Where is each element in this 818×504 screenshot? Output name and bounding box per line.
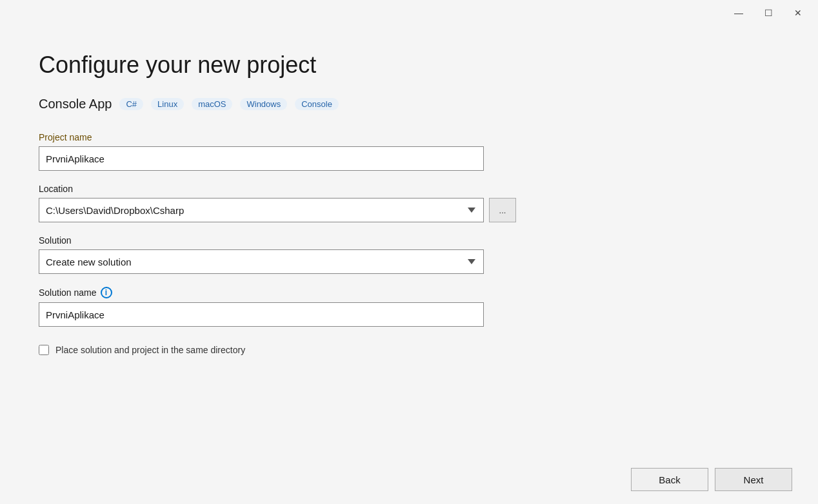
location-group: Location C:\Users\David\Dropbox\Csharp .… [39,184,779,222]
same-directory-label[interactable]: Place solution and project in the same d… [55,345,245,355]
app-type-row: Console App C# Linux macOS Windows Conso… [39,97,779,111]
location-select[interactable]: C:\Users\David\Dropbox\Csharp [39,198,484,222]
page-title: Configure your new project [39,52,779,79]
tag-macos: macOS [192,98,232,110]
solution-label: Solution [39,235,779,246]
footer: Back Next [0,458,818,504]
main-content: Configure your new project Console App C… [0,26,818,458]
close-button[interactable]: ✕ [783,3,813,23]
title-bar: — ☐ ✕ [0,0,818,26]
solution-name-label: Solution name i [39,287,779,298]
window: — ☐ ✕ Configure your new project Console… [0,0,818,504]
tag-csharp: C# [119,98,143,110]
solution-name-input[interactable] [39,302,484,327]
location-label: Location [39,184,779,194]
minimize-button[interactable]: — [724,3,753,23]
app-type-label: Console App [39,97,112,111]
same-directory-row: Place solution and project in the same d… [39,345,779,355]
tag-linux: Linux [151,98,184,110]
location-input-row: C:\Users\David\Dropbox\Csharp ... [39,198,779,222]
solution-group: Solution Create new solution [39,235,779,274]
same-directory-checkbox[interactable] [39,345,49,355]
tag-console: Console [295,98,339,110]
info-icon: i [101,287,112,298]
browse-button[interactable]: ... [489,198,516,222]
project-name-input[interactable] [39,146,484,171]
next-button[interactable]: Next [715,468,792,491]
solution-name-group: Solution name i [39,287,779,327]
project-name-group: Project name [39,132,779,171]
solution-select[interactable]: Create new solution [39,249,484,274]
maximize-button[interactable]: ☐ [753,3,783,23]
tag-windows: Windows [240,98,287,110]
back-button[interactable]: Back [631,468,708,491]
project-name-label: Project name [39,132,779,142]
